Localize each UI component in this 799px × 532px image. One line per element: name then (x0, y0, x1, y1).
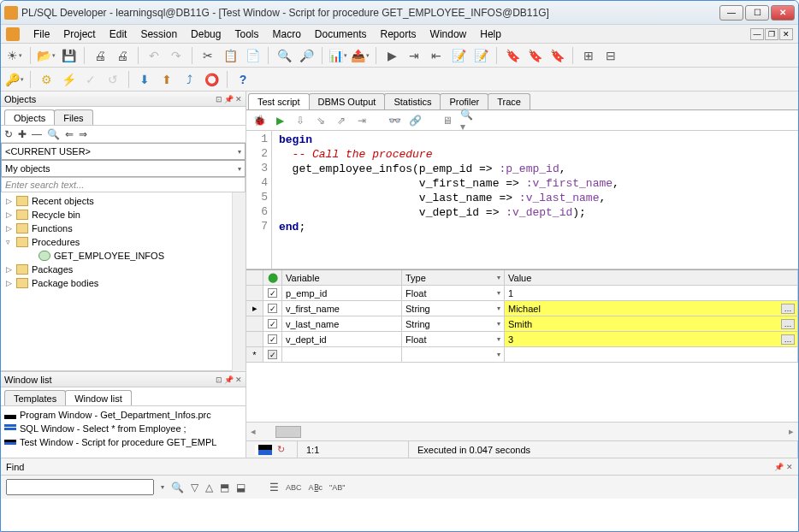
app-menu-icon[interactable] (6, 27, 20, 41)
comment-button[interactable]: 📝 (448, 46, 469, 65)
tree-item[interactable]: ▷Recent objects (3, 194, 244, 208)
link-icon[interactable]: 🔗 (407, 113, 423, 128)
variables-grid[interactable]: ⬤ Variable Type Value ✓ p_emp_id Float 1… (246, 269, 798, 363)
tab-test-script[interactable]: Test script (248, 93, 310, 109)
window-tile-button[interactable]: ⊟ (601, 46, 621, 65)
cut-button[interactable]: ✂ (198, 46, 218, 65)
remove-icon[interactable]: — (32, 128, 42, 140)
find-pin-icon[interactable]: 📌 (774, 463, 784, 471)
find-case-icon[interactable]: ABC (286, 483, 302, 492)
menu-help[interactable]: Help (473, 27, 508, 42)
maximize-button[interactable]: ☐ (745, 5, 769, 21)
object-tree[interactable]: ▷Recent objects▷Recycle bin▷Functions▿Pr… (1, 192, 246, 371)
tab-objects[interactable]: Objects (4, 109, 55, 125)
variable-row[interactable]: ▸ ✓ v_first_name String Michael (246, 301, 798, 316)
new-button[interactable]: ☀ (4, 46, 25, 65)
reload-icon[interactable]: ↻ (277, 444, 285, 455)
step-into-button[interactable]: ⬆ (157, 70, 177, 89)
step-out-button[interactable]: ⤴ (179, 70, 199, 89)
winlist-item[interactable]: SQL Window - Select * from Employee ; (1, 422, 246, 435)
find-button[interactable]: 🔍 (274, 46, 294, 65)
winlist-item[interactable]: Test Window - Script for procedure GET_E… (1, 435, 246, 449)
outdent-button[interactable]: ⇤ (426, 46, 447, 65)
menu-session[interactable]: Session (133, 27, 184, 42)
horizontal-scrollbar[interactable]: ◂▸ (246, 422, 798, 440)
commit-button[interactable]: ✓ (80, 70, 101, 89)
find-regex-icon[interactable]: "AB" (329, 483, 345, 492)
print-button[interactable]: 🖨 (90, 46, 110, 65)
find-mark-icon[interactable]: ⬒ (220, 482, 229, 494)
find-list-icon[interactable]: ☰ (269, 482, 279, 494)
panel-close-icon[interactable]: ✕ (235, 95, 242, 103)
menu-debug[interactable]: Debug (184, 27, 228, 42)
tab-templates[interactable]: Templates (4, 390, 66, 405)
tab-files[interactable]: Files (54, 109, 92, 125)
print-setup-button[interactable]: 🖨 (112, 46, 133, 65)
run-to-cursor-button[interactable]: ⭕ (201, 70, 222, 89)
object-search-input[interactable]: Enter search text... (1, 177, 246, 192)
minimize-button[interactable]: — (719, 5, 743, 21)
export-button[interactable]: 📤 (350, 46, 370, 65)
panel-dock-icon[interactable]: ⊡ (216, 95, 222, 103)
refresh-icon[interactable]: ↻ (4, 128, 13, 140)
back-icon[interactable]: ⇐ (65, 128, 74, 140)
save-button[interactable]: 💾 (58, 46, 79, 65)
zoom-icon[interactable]: 🔍▾ (460, 113, 476, 128)
tree-item[interactable]: ▷Packages (3, 263, 244, 276)
value-header[interactable]: Value (505, 270, 798, 286)
debug-bug-icon[interactable]: 🐞 (252, 113, 267, 128)
find-up-icon[interactable]: △ (205, 482, 213, 494)
tab-statistics[interactable]: Statistics (384, 93, 441, 109)
tree-item[interactable]: ▿Procedures (3, 235, 244, 249)
open-button[interactable]: 📂 (36, 46, 56, 65)
variable-row[interactable]: ✓ v_last_name String Smith (246, 316, 798, 332)
menu-reports[interactable]: Reports (374, 27, 423, 42)
find-highlight-icon[interactable]: ⬓ (236, 482, 246, 494)
bookmark-next-button[interactable]: 🔖 (524, 46, 545, 65)
variable-header[interactable]: Variable (282, 270, 402, 286)
run-to-icon[interactable]: ⇥ (354, 113, 370, 128)
forward-icon[interactable]: ⇒ (79, 128, 87, 140)
find-word-icon[interactable]: AB̲c (309, 483, 323, 492)
add-icon[interactable]: ✚ (18, 128, 27, 140)
explain-button[interactable]: 📊 (328, 46, 348, 65)
code-editor[interactable]: 1234567 begin -- Call the procedure get_… (246, 131, 798, 269)
winlist-dock-icon[interactable]: ⊡ (216, 375, 222, 384)
tree-scrollbar[interactable] (232, 192, 246, 371)
close-button[interactable]: ✕ (771, 5, 795, 21)
uncomment-button[interactable]: 📝 (471, 46, 491, 65)
tree-item[interactable]: GET_EMPLOYEE_INFOS (3, 249, 244, 263)
find-obj-icon[interactable]: 🔍 (47, 128, 60, 140)
find-input[interactable] (6, 479, 154, 495)
tree-item[interactable]: ▷Functions (3, 222, 244, 235)
menu-window[interactable]: Window (423, 27, 474, 42)
rollback-button[interactable]: ↺ (103, 70, 123, 89)
filter-select[interactable]: My objects (1, 160, 246, 177)
help-button[interactable]: ? (233, 70, 253, 89)
mdi-restore[interactable]: ❐ (765, 28, 778, 40)
menu-macro[interactable]: Macro (265, 27, 307, 42)
execute-button[interactable]: ▶ (382, 46, 402, 65)
type-header[interactable]: Type (402, 270, 505, 286)
step-in-icon[interactable]: ⇘ (313, 113, 328, 128)
monitor-icon[interactable]: 🖥 (440, 113, 455, 128)
variable-row[interactable]: * ✓ (246, 347, 798, 363)
execute-script-button[interactable]: ⚙ (36, 70, 56, 89)
copy-button[interactable]: 📋 (220, 46, 240, 65)
code-content[interactable]: begin -- Call the procedure get_employee… (272, 131, 798, 269)
logon-button[interactable]: 🔑 (4, 70, 25, 89)
tab-trace[interactable]: Trace (488, 93, 530, 109)
variable-row[interactable]: ✓ v_dept_id Float 3 (246, 332, 798, 347)
tab-windowlist[interactable]: Window list (65, 390, 132, 405)
menu-project[interactable]: Project (56, 27, 102, 42)
tree-item[interactable]: ▷Recycle bin (3, 208, 244, 222)
run-icon[interactable]: ▶ (272, 113, 287, 128)
window-cascade-button[interactable]: ⊞ (578, 46, 599, 65)
step-over-button[interactable]: ⬇ (134, 70, 155, 89)
find-next-button[interactable]: 🔎 (296, 46, 317, 65)
step-out-icon[interactable]: ⇗ (334, 113, 349, 128)
panel-pin-icon[interactable]: 📌 (224, 95, 234, 103)
winlist-close-icon[interactable]: ✕ (235, 375, 242, 384)
find-close-icon[interactable]: ✕ (786, 463, 793, 471)
schema-select[interactable]: <CURRENT USER> (1, 143, 246, 160)
